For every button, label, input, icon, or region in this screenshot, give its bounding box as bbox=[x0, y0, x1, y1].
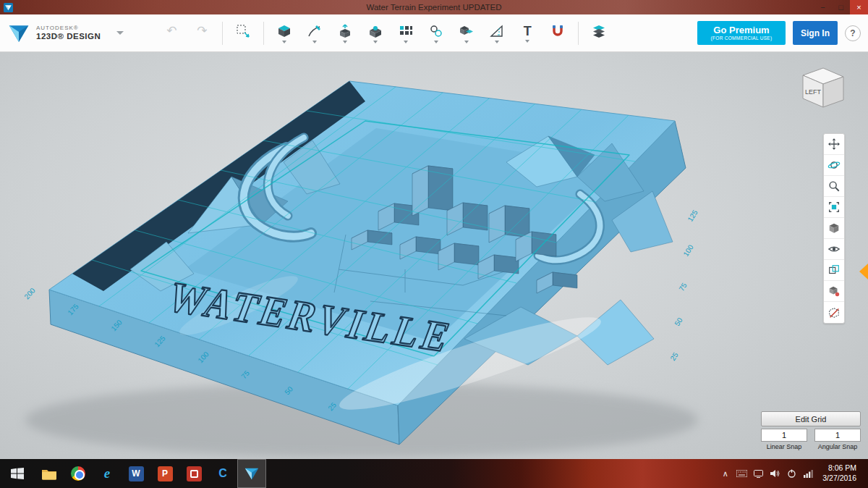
edit-grid-panel: Edit Grid Linear Snap Angular Snap bbox=[761, 411, 861, 450]
linear-snap-input[interactable] bbox=[761, 429, 807, 442]
snap-magnet-icon bbox=[550, 23, 566, 39]
zoom-fit-button[interactable] bbox=[824, 197, 844, 218]
view-cube-tool-button[interactable] bbox=[824, 218, 844, 239]
main-toolbar: AUTODESK® 123D® DESIGN ↶ ↷ bbox=[0, 14, 868, 52]
app-window: Water Terrain Experiment UPDATED − □ × A… bbox=[0, 0, 868, 488]
toolbar-separator bbox=[263, 22, 264, 45]
grouping-icon bbox=[428, 23, 444, 39]
taskbar-internet-explorer[interactable]: e bbox=[93, 459, 122, 488]
maximize-button[interactable]: □ bbox=[832, 0, 850, 14]
volume-icon[interactable] bbox=[770, 468, 780, 479]
transform-icon bbox=[235, 23, 251, 39]
construct-tool-button[interactable] bbox=[332, 23, 358, 43]
material-render-icon bbox=[827, 285, 841, 298]
start-button[interactable] bbox=[0, 459, 35, 488]
view-cube-face-label: LEFT bbox=[805, 88, 822, 96]
chevron-down-icon[interactable] bbox=[116, 31, 124, 35]
outline-visibility-icon bbox=[827, 306, 841, 319]
hidden-icons-chevron[interactable]: ∧ bbox=[720, 468, 731, 479]
edit-grid-button[interactable]: Edit Grid bbox=[761, 411, 861, 426]
close-button[interactable]: × bbox=[850, 0, 868, 14]
material-tool-button[interactable] bbox=[586, 23, 612, 43]
linear-snap-label: Linear Snap bbox=[761, 443, 807, 450]
primitives-tool-button[interactable] bbox=[271, 23, 297, 43]
text-tool-button[interactable]: T bbox=[514, 24, 540, 43]
svg-text:200: 200 bbox=[22, 286, 37, 300]
undo-button[interactable]: ↶ bbox=[158, 24, 184, 43]
clock-time: 8:06 PM bbox=[822, 463, 856, 474]
monitor-icon[interactable] bbox=[753, 468, 764, 479]
zoom-fit-icon bbox=[827, 201, 841, 214]
system-tray: ∧ 8:06 PM 3/27/2016 bbox=[714, 459, 868, 488]
modify-tool-button[interactable] bbox=[362, 23, 388, 43]
taskbar-chrome[interactable] bbox=[64, 459, 93, 488]
brand-text: AUTODESK® 123D® DESIGN bbox=[36, 25, 101, 41]
grouping-tool-button[interactable] bbox=[423, 23, 449, 43]
outline-visibility-button[interactable] bbox=[824, 302, 844, 323]
word-icon: W bbox=[129, 466, 144, 481]
go-premium-sublabel: (FOR COMMERCIAL USE) bbox=[711, 35, 773, 41]
toolbar-separator bbox=[578, 22, 579, 45]
terrain-model-waterville[interactable]: WATERVILLE bbox=[49, 81, 686, 445]
taskbar-powerpoint[interactable]: P bbox=[150, 459, 179, 488]
brand-product: 123D® DESIGN bbox=[36, 32, 101, 41]
windows-taskbar: e W P C ∧ bbox=[0, 459, 868, 488]
angular-snap-input[interactable] bbox=[814, 429, 861, 442]
pattern-tool-button[interactable] bbox=[393, 23, 419, 43]
go-premium-button[interactable]: Go Premium (FOR COMMERCIAL USE) bbox=[697, 21, 786, 45]
material-render-button[interactable] bbox=[824, 281, 844, 302]
go-premium-label: Go Premium bbox=[713, 25, 769, 35]
sign-in-button[interactable]: Sign In bbox=[793, 21, 838, 45]
taskbar-red-app[interactable] bbox=[179, 459, 208, 488]
orbit-button[interactable] bbox=[824, 155, 844, 176]
123d-logo-icon bbox=[7, 22, 30, 45]
network-icon[interactable] bbox=[803, 468, 814, 479]
minimize-button[interactable]: − bbox=[814, 0, 832, 14]
view-cube-icon: LEFT bbox=[793, 59, 855, 117]
power-icon[interactable] bbox=[786, 468, 797, 479]
orbit-icon bbox=[827, 159, 841, 172]
redo-button[interactable]: ↷ bbox=[189, 24, 215, 43]
c-app-icon: C bbox=[218, 467, 227, 480]
viewport[interactable]: WATERVILLE 200 175 150 125 100 75 50 25 … bbox=[0, 52, 868, 459]
transform-tool-button[interactable] bbox=[230, 23, 256, 43]
combine-tool-button[interactable] bbox=[454, 23, 480, 43]
titlebar: Water Terrain Experiment UPDATED − □ × bbox=[0, 0, 868, 14]
brand-block[interactable]: AUTODESK® 123D® DESIGN bbox=[7, 22, 124, 45]
primitives-icon bbox=[276, 23, 292, 39]
taskbar-word[interactable]: W bbox=[122, 459, 150, 488]
eye-icon bbox=[827, 243, 841, 256]
modify-icon bbox=[367, 23, 383, 39]
chrome-icon bbox=[71, 466, 85, 481]
snap-tool-button[interactable] bbox=[545, 23, 571, 43]
panel-expand-arrow[interactable] bbox=[859, 264, 868, 279]
view-cube[interactable]: LEFT bbox=[793, 59, 855, 117]
undo-icon: ↶ bbox=[166, 24, 176, 38]
taskbar-c-app[interactable]: C bbox=[208, 459, 237, 488]
visibility-button[interactable] bbox=[824, 239, 844, 260]
construct-icon bbox=[337, 23, 353, 39]
taskbar-file-explorer[interactable] bbox=[35, 459, 64, 488]
zoom-button[interactable] bbox=[824, 176, 844, 197]
windows-logo-icon bbox=[11, 468, 24, 479]
view-cube-tool-icon bbox=[827, 222, 841, 235]
clock-date: 3/27/2016 bbox=[822, 474, 856, 484]
3d-scene-canvas[interactable]: WATERVILLE 200 175 150 125 100 75 50 25 … bbox=[0, 52, 868, 459]
measure-tool-button[interactable] bbox=[484, 23, 510, 43]
pan-icon bbox=[827, 138, 841, 151]
toolbar-separator bbox=[222, 22, 223, 45]
pan-button[interactable] bbox=[824, 134, 844, 155]
navigation-palette bbox=[823, 133, 845, 324]
window-title: Water Terrain Experiment UPDATED bbox=[0, 3, 868, 12]
measure-icon bbox=[489, 23, 505, 39]
sketch-tool-button[interactable] bbox=[302, 23, 328, 43]
projection-button[interactable] bbox=[824, 260, 844, 281]
touch-keyboard-icon[interactable] bbox=[736, 468, 747, 479]
material-layers-icon bbox=[591, 23, 607, 39]
combine-icon bbox=[459, 23, 475, 39]
taskbar-clock[interactable]: 8:06 PM 3/27/2016 bbox=[820, 463, 862, 483]
projection-icon bbox=[827, 264, 841, 277]
powerpoint-icon: P bbox=[158, 466, 173, 481]
help-button[interactable]: ? bbox=[845, 25, 861, 41]
taskbar-123d-design-active[interactable] bbox=[237, 459, 266, 488]
